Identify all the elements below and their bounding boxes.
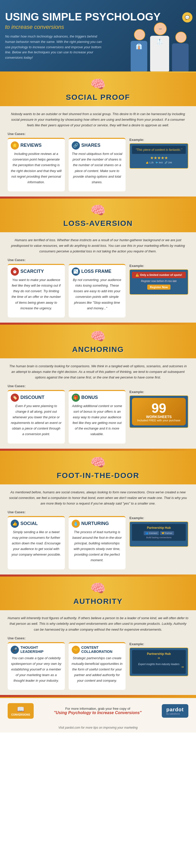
bonus-desc: Adding additional content or some sort o… <box>72 403 123 437</box>
social-proof-cases-wrapper: ⭐ REVIEWS Including positive reviews at … <box>8 138 188 195</box>
divider-1 <box>0 196 196 198</box>
divider-4 <box>0 575 196 577</box>
authority-intro: Humans will inherently trust figures of … <box>0 610 196 695</box>
nurturing-title: 💧 NURTURING <box>72 520 123 528</box>
footer-conversions-logo: 📖 CONVERSIONS <box>8 703 34 719</box>
foot-in-door-description: As mentioned before, humans are social c… <box>8 490 188 506</box>
social-proof-stars: ★★★★★ <box>132 155 186 160</box>
authority-example-col: Example: Partnership Hub " Expert insigh… <box>129 642 188 676</box>
scarcity-card: ⏰ SCARCITY You want to make your audienc… <box>8 264 65 317</box>
loss-aversion-use-cases: ⏰ SCARCITY You want to make your audienc… <box>8 264 126 321</box>
footer-main-text: For more information, grab your free cop… <box>39 707 157 715</box>
loss-aversion-intro: Humans are terrified of loss. Whether th… <box>0 232 196 322</box>
footer-book-icon: 📖 <box>11 706 30 713</box>
social-proof-quote: “This piece of content is fantastic.” <box>134 148 183 151</box>
shares-title: 🔗 SHARES <box>72 142 123 150</box>
authority-use-cases-label: Use Cases: <box>8 636 188 640</box>
worksheets-sub: Included FREE with your purchase <box>135 419 182 422</box>
loss-aversion-example: ⚠️ Only a limited number of spots! Regis… <box>129 269 188 295</box>
thought-leadership-title: 🎤 THOUGHT LEADERSHIP <box>11 646 62 654</box>
foot-in-door-title: FOOT-IN-THE-DOOR <box>5 471 191 480</box>
footer-promo-link[interactable]: "Using Psychology to Increase Conversion… <box>39 711 157 715</box>
header-title-text: USING SIMPLE PSYCHOLOGY <box>5 11 161 23</box>
header-text-block: USING SIMPLE PSYCHOLOGY to increase conv… <box>5 11 191 61</box>
loss-aversion-title: LOSS-AVERSION <box>5 219 191 228</box>
loss-aversion-example-label: Example: <box>129 264 188 268</box>
authority-use-cases: 🎤 THOUGHT LEADERSHIP You can create a ty… <box>8 642 126 694</box>
foot-in-door-banner: 🧠 FOOT-IN-THE-DOOR <box>0 451 196 485</box>
content-collaboration-card: 🤝 CONTENT COLLABORATION Strategic partne… <box>69 642 126 690</box>
anchoring-title: ANCHORING <box>5 345 191 354</box>
bonus-card: 🎁 BONUS Adding additional content or som… <box>69 390 126 443</box>
loss-aversion-urgency: ⚠️ Only a limited number of spots! <box>132 272 186 278</box>
discount-card: 🏷️ DISCOUNT Even if you were planning to… <box>8 390 65 443</box>
bonus-title: 🎁 BONUS <box>72 394 123 402</box>
loss-frame-title: 📉 LOSS FRAME <box>72 268 123 276</box>
foot-in-door-use-cases: 👍 SOCIAL Simply sending a like or a twee… <box>8 516 126 574</box>
anchoring-use-cases: 🏷️ DISCOUNT Even if you were planning to… <box>8 390 126 447</box>
loss-aversion-cases-wrapper: ⏰ SCARCITY You want to make your audienc… <box>8 264 188 321</box>
loss-frame-card: 📉 LOSS FRAME By not converting, your aud… <box>69 264 126 317</box>
brain-icon-loss: 🧠 <box>5 203 191 217</box>
scarcity-title: ⏰ SCARCITY <box>11 268 62 276</box>
bonus-title-text: BONUS <box>81 395 98 400</box>
social-proof-example-col: Example: “This piece of content is fanta… <box>129 138 188 169</box>
nurturing-desc: The process of lead nurturing is based a… <box>72 529 123 563</box>
nurturing-title-text: NURTURING <box>81 521 109 526</box>
social-proof-social-icons: 👍 1.2k 🐦 843 🔗 299 <box>132 161 186 164</box>
content-collab-title-text: CONTENT COLLABORATION <box>81 646 123 654</box>
social-title-text: SOCIAL <box>21 521 38 526</box>
shares-title-text: SHARES <box>81 143 101 148</box>
social-title: 👍 SOCIAL <box>11 520 62 528</box>
divider-3 <box>0 449 196 451</box>
thought-leadership-card: 🎤 THOUGHT LEADERSHIP You can create a ty… <box>8 642 65 690</box>
divider-5 <box>0 695 196 697</box>
social-proof-banner: 🧠 SOCIAL PROOF <box>0 72 196 106</box>
footer-pardot-logo: pardot by salesforce <box>162 704 188 718</box>
anchoring-intro: The human brain is constantly looking fo… <box>0 358 196 449</box>
brain-icon-authority: 🧠 <box>5 581 191 595</box>
anchoring-example: 99 Worksheets Included FREE with your pu… <box>129 395 188 428</box>
nurturing-icon: 💧 <box>72 520 80 528</box>
reviews-desc: Including positive reviews at a conversi… <box>11 151 62 185</box>
authority-cards: 🎤 THOUGHT LEADERSHIP You can create a ty… <box>8 642 126 690</box>
anchoring-example-col: Example: 99 Worksheets Included FREE wit… <box>129 390 188 428</box>
social-card: 👍 SOCIAL Simply sending a like or a twee… <box>8 516 65 570</box>
social-proof-use-cases-label: Use Cases: <box>8 132 188 136</box>
authority-example: Partnership Hub " Expert insights from i… <box>129 648 188 676</box>
thought-leadership-title-text: THOUGHT LEADERSHIP <box>21 646 62 654</box>
worksheets-box: 99 Worksheets Included FREE with your pu… <box>132 398 186 426</box>
header-title: USING SIMPLE PSYCHOLOGY <box>5 11 191 23</box>
brain-icon-anchoring: 🧠 <box>5 329 191 343</box>
footer-brand-name: pardot <box>166 707 184 712</box>
footer-url: Visit pardot.com for more tips on improv… <box>0 724 196 733</box>
worksheets-label: Worksheets <box>135 415 182 419</box>
foot-in-door-screenshot: Partnership Hub 👥 Connect 🤝 Partner Buil… <box>132 524 186 541</box>
scarcity-title-text: SCARCITY <box>21 269 44 274</box>
worksheets-number: 99 <box>135 401 182 415</box>
discount-desc: Even if you were planning to change it a… <box>11 403 62 437</box>
discount-title-text: DISCOUNT <box>21 395 44 400</box>
loss-aversion-banner: 🧠 LOSS-AVERSION <box>0 198 196 232</box>
footer-section: 📖 CONVERSIONS For more information, grab… <box>0 697 196 724</box>
anchoring-cards: 🏷️ DISCOUNT Even if you were planning to… <box>8 390 126 443</box>
anchoring-use-cases-label: Use Cases: <box>8 384 188 388</box>
brain-icon-social: 🧠 <box>5 77 191 91</box>
header-description: No matter how much technology advances, … <box>5 34 102 61</box>
authority-banner: 🧠 AUTHORITY <box>0 577 196 610</box>
content-collab-desc: Strategic partnerships can create mutual… <box>72 655 123 683</box>
reviews-title-text: REVIEWS <box>21 143 42 148</box>
social-proof-title: SOCIAL PROOF <box>5 93 191 101</box>
scarcity-icon: ⏰ <box>11 268 19 276</box>
discount-title: 🏷️ DISCOUNT <box>11 394 62 402</box>
reviews-icon: ⭐ <box>11 142 19 150</box>
thought-leadership-desc: You can create a type of celebrity spoke… <box>11 655 62 683</box>
footer-brand-sub: by salesforce <box>166 713 184 715</box>
authority-title: AUTHORITY <box>5 597 191 606</box>
scarcity-desc: You want to make your audience feel like… <box>11 277 62 311</box>
loss-aversion-button[interactable]: Register Now <box>147 285 170 290</box>
loss-aversion-cta: Register now before it's too late <box>132 280 186 282</box>
discount-icon: 🏷️ <box>11 394 19 402</box>
bonus-icon: 🎁 <box>72 394 80 402</box>
loss-aversion-example-col: Example: ⚠️ Only a limited number of spo… <box>129 264 188 295</box>
